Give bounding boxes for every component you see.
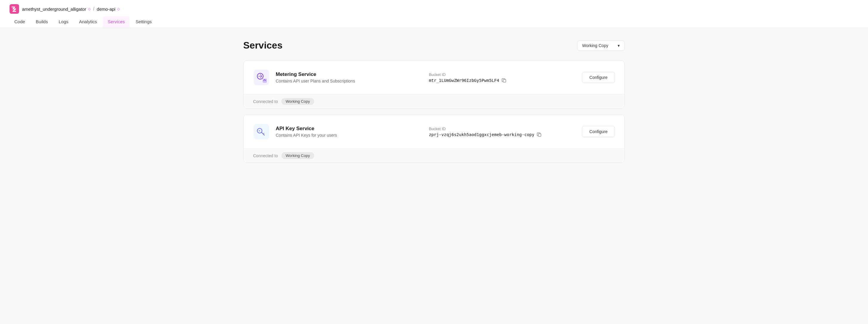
project-chevron-icon: ◇ bbox=[117, 7, 120, 11]
header: amethyst_underground_alligator ◇ / demo-… bbox=[0, 0, 868, 28]
svg-rect-8 bbox=[538, 134, 541, 136]
page-title: Services bbox=[243, 40, 283, 51]
svg-rect-4 bbox=[503, 79, 506, 82]
nav-item-analytics[interactable]: Analytics bbox=[74, 16, 102, 28]
apikey-connected-label: Connected to bbox=[253, 153, 278, 158]
metering-bucket: Bucket ID mtr_1LUmGwZWr96IzbGy5Pwm5LF4 bbox=[429, 72, 576, 83]
metering-copy-icon[interactable] bbox=[502, 78, 506, 83]
project-name: demo-api bbox=[97, 6, 116, 11]
apikey-connected-badge: Working Copy bbox=[281, 152, 314, 159]
metering-service-desc: Contains API user Plans and Subscription… bbox=[276, 78, 423, 84]
metering-service-info: Metering Service Contains API user Plans… bbox=[276, 71, 423, 84]
header-top: amethyst_underground_alligator ◇ / demo-… bbox=[9, 0, 859, 14]
org-name: amethyst_underground_alligator bbox=[22, 6, 86, 11]
metering-configure-button[interactable]: Configure bbox=[582, 72, 615, 83]
main-content: Services Working Copy ▾ Metering Service… bbox=[225, 28, 643, 181]
apikey-configure-button[interactable]: Configure bbox=[582, 126, 615, 137]
nav-item-builds[interactable]: Builds bbox=[31, 16, 53, 28]
apikey-service-info: API Key Service Contains API Keys for yo… bbox=[276, 126, 423, 137]
metering-bucket-id: mtr_1LUmGwZWr96IzbGy5Pwm5LF4 bbox=[429, 78, 499, 83]
service-card-apikey-body: API Key Service Contains API Keys for yo… bbox=[244, 115, 624, 148]
logo[interactable] bbox=[9, 4, 19, 14]
apikey-service-desc: Contains API Keys for your users bbox=[276, 133, 423, 137]
breadcrumb: amethyst_underground_alligator ◇ / demo-… bbox=[22, 6, 120, 11]
apikey-service-icon bbox=[253, 123, 270, 140]
breadcrumb-project[interactable]: demo-api ◇ bbox=[97, 6, 120, 11]
nav-item-code[interactable]: Code bbox=[9, 16, 30, 28]
metering-card-footer: Connected to Working Copy bbox=[244, 94, 624, 108]
metering-bucket-value: mtr_1LUmGwZWr96IzbGy5Pwm5LF4 bbox=[429, 78, 576, 83]
apikey-service-name: API Key Service bbox=[276, 126, 423, 132]
metering-bucket-label: Bucket ID bbox=[429, 72, 576, 77]
apikey-bucket-id: zprj-vzqj6s2ukh5aod1ggxcjemeb-working-co… bbox=[429, 132, 534, 137]
breadcrumb-org[interactable]: amethyst_underground_alligator ◇ bbox=[22, 6, 91, 11]
nav-item-settings[interactable]: Settings bbox=[131, 16, 156, 28]
metering-service-name: Metering Service bbox=[276, 71, 423, 77]
dropdown-value: Working Copy bbox=[582, 43, 609, 48]
apikey-bucket-value: zprj-vzqj6s2ukh5aod1ggxcjemeb-working-co… bbox=[429, 132, 576, 137]
svg-rect-5 bbox=[254, 124, 269, 139]
svg-rect-1 bbox=[254, 70, 269, 85]
metering-connected-label: Connected to bbox=[253, 99, 278, 104]
nav: Code Builds Logs Analytics Services Sett… bbox=[9, 16, 859, 28]
page-header: Services Working Copy ▾ bbox=[243, 40, 625, 51]
service-card-apikey: API Key Service Contains API Keys for yo… bbox=[243, 115, 625, 163]
metering-connected-badge: Working Copy bbox=[281, 98, 314, 105]
dropdown-chevron-icon: ▾ bbox=[618, 43, 620, 48]
service-card-metering: Metering Service Contains API user Plans… bbox=[243, 60, 625, 109]
nav-item-logs[interactable]: Logs bbox=[54, 16, 73, 28]
working-copy-dropdown[interactable]: Working Copy ▾ bbox=[577, 40, 625, 51]
svg-point-7 bbox=[259, 130, 260, 132]
org-chevron-icon: ◇ bbox=[88, 7, 91, 11]
apikey-copy-icon[interactable] bbox=[537, 132, 541, 137]
breadcrumb-separator: / bbox=[93, 6, 94, 11]
apikey-bucket-label: Bucket ID bbox=[429, 127, 576, 131]
svg-rect-3 bbox=[262, 78, 267, 83]
apikey-card-footer: Connected to Working Copy bbox=[244, 148, 624, 163]
apikey-bucket: Bucket ID zprj-vzqj6s2ukh5aod1ggxcjemeb-… bbox=[429, 127, 576, 137]
service-card-metering-body: Metering Service Contains API user Plans… bbox=[244, 61, 624, 94]
metering-service-icon bbox=[253, 69, 270, 86]
nav-item-services[interactable]: Services bbox=[103, 16, 130, 28]
